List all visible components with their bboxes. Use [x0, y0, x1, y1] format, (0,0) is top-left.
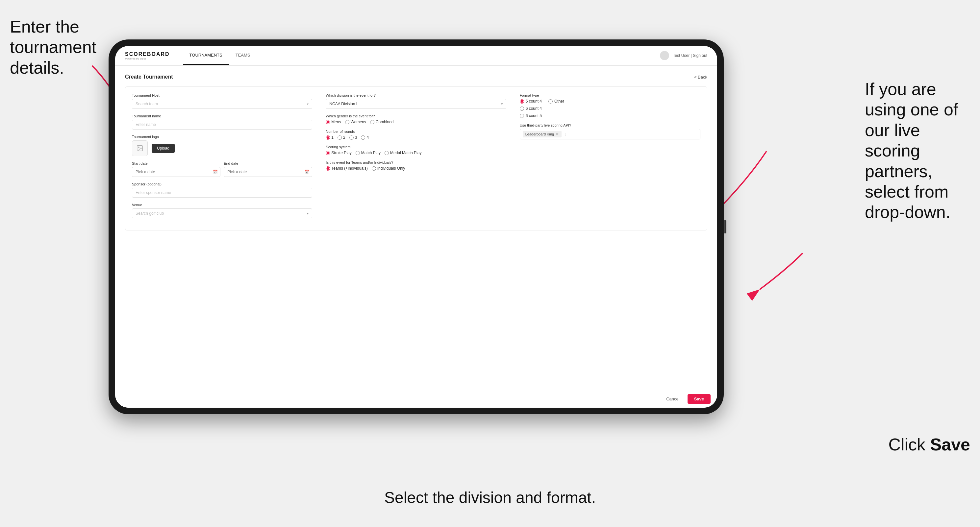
gender-field: Which gender is the event for? Mens Wome…	[326, 114, 506, 124]
sponsor-input[interactable]	[132, 188, 312, 198]
format-6count5[interactable]: 6 count 5	[520, 113, 542, 118]
form-footer: Cancel Save	[115, 390, 717, 408]
live-scoring-tag-text: Leaderboard King	[525, 132, 554, 136]
upload-button[interactable]: Upload	[152, 144, 175, 153]
tournament-host-input-wrapper[interactable]: ▾	[132, 99, 312, 109]
create-tournament-form: Tournament Host ▾ Tournament name Tourna…	[125, 86, 707, 230]
page-title: Create Tournament	[125, 74, 173, 80]
rounds-label: Number of rounds	[326, 130, 506, 133]
end-date-wrapper[interactable]: 📅	[224, 167, 312, 177]
scoring-match[interactable]: Match Play	[356, 151, 380, 155]
format-row-2: 6 count 4	[520, 106, 700, 111]
format-other[interactable]: Other	[548, 99, 564, 103]
live-scoring-field: Use third-party live scoring API? Leader…	[520, 123, 700, 140]
rounds-4[interactable]: 4	[361, 135, 369, 140]
format-type-label: Format type	[520, 94, 700, 97]
venue-dropdown-icon: ▾	[307, 212, 309, 215]
end-date-input[interactable]	[224, 167, 312, 177]
format-6count4[interactable]: 6 count 4	[520, 106, 542, 111]
venue-input-wrapper[interactable]: ▾	[132, 208, 312, 218]
team-label: Is this event for Teams and/or Individua…	[326, 160, 506, 164]
date-row: Start date 📅 End date 📅	[132, 162, 312, 177]
annotation-select-division: Select the division and format.	[384, 488, 596, 507]
page-header: Create Tournament < Back	[125, 74, 707, 80]
tablet-side-button	[724, 220, 726, 233]
start-date-wrapper[interactable]: 📅	[132, 167, 220, 177]
tag-input-dropdown: ⋮	[563, 132, 567, 136]
scoring-label: Scoring system	[326, 145, 506, 149]
logo-upload-row: Upload	[132, 140, 312, 156]
start-date-calendar-icon: 📅	[213, 170, 218, 174]
nav-logo: SCOREBOARD Powered by clippt	[125, 51, 170, 60]
tournament-host-field: Tournament Host ▾	[132, 94, 312, 109]
division-label: Which division is the event for?	[326, 94, 506, 97]
form-col-1: Tournament Host ▾ Tournament name Tourna…	[125, 87, 319, 230]
start-date-field: Start date 📅	[132, 162, 220, 177]
tournament-name-input[interactable]	[132, 120, 312, 130]
gender-combined[interactable]: Combined	[370, 120, 394, 124]
nav-link-tournaments[interactable]: TOURNAMENTS	[183, 46, 229, 65]
nav-link-teams[interactable]: TEAMS	[229, 46, 257, 65]
form-col-3: Format type 5 count 4 Other	[513, 87, 707, 230]
nav-logo-sub: Powered by clippt	[125, 57, 170, 60]
save-bold-text: Save	[930, 435, 970, 454]
format-options: 5 count 4 Other 6 count 4	[520, 99, 700, 118]
team-teams[interactable]: Teams (+Individuals)	[326, 166, 368, 171]
svg-point-5	[138, 147, 139, 148]
arrow-save-button	[747, 250, 806, 293]
format-row-1: 5 count 4 Other	[520, 99, 700, 103]
rounds-radio-group: 1 2 3 4	[326, 135, 506, 140]
venue-field: Venue ▾	[132, 203, 312, 218]
tournament-host-input[interactable]	[135, 102, 307, 106]
scoring-stroke[interactable]: Stroke Play	[326, 151, 352, 155]
venue-input[interactable]	[135, 211, 307, 216]
form-col-2: Which division is the event for? NCAA Di…	[319, 87, 513, 230]
gender-womens[interactable]: Womens	[345, 120, 366, 124]
cancel-button[interactable]: Cancel	[662, 394, 684, 404]
rounds-3[interactable]: 3	[349, 135, 357, 140]
live-scoring-label: Use third-party live scoring API?	[520, 123, 700, 127]
scoring-radio-group: Stroke Play Match Play Medal Match Play	[326, 151, 506, 155]
host-dropdown-icon: ▾	[307, 102, 309, 106]
scoring-medal-match[interactable]: Medal Match Play	[385, 151, 422, 155]
gender-label: Which gender is the event for?	[326, 114, 506, 118]
team-radio-group: Teams (+Individuals) Individuals Only	[326, 166, 506, 171]
tablet-frame: SCOREBOARD Powered by clippt TOURNAMENTS…	[108, 40, 724, 414]
start-date-label: Start date	[132, 162, 220, 165]
click-save-prefix: Click	[888, 435, 930, 454]
format-row-3: 6 count 5	[520, 113, 700, 118]
sponsor-label: Sponsor (optional)	[132, 182, 312, 186]
live-scoring-tag: Leaderboard King ✕	[523, 131, 562, 137]
rounds-2[interactable]: 2	[337, 135, 345, 140]
division-field: Which division is the event for? NCAA Di…	[326, 94, 506, 109]
format-5count4[interactable]: 5 count 4	[520, 99, 542, 103]
division-select-wrapper: NCAA Division I	[326, 99, 506, 109]
tournament-logo-field: Tournament logo Upload	[132, 135, 312, 156]
annotation-live-scoring: If you are using one of our live scoring…	[865, 79, 970, 222]
team-field: Is this event for Teams and/or Individua…	[326, 160, 506, 171]
nav-right: Test User | Sign out	[660, 51, 708, 60]
team-individuals[interactable]: Individuals Only	[372, 166, 405, 171]
live-scoring-tag-input[interactable]: Leaderboard King ✕ ⋮	[520, 129, 700, 140]
venue-label: Venue	[132, 203, 312, 207]
rounds-1[interactable]: 1	[326, 135, 334, 140]
scoring-field: Scoring system Stroke Play Match Play Me…	[326, 145, 506, 155]
tournament-name-field: Tournament name	[132, 114, 312, 130]
division-select[interactable]: NCAA Division I	[326, 99, 506, 109]
navbar: SCOREBOARD Powered by clippt TOURNAMENTS…	[115, 46, 717, 66]
live-scoring-tag-remove[interactable]: ✕	[556, 132, 559, 137]
tournament-name-label: Tournament name	[132, 114, 312, 118]
sponsor-field: Sponsor (optional)	[132, 182, 312, 198]
start-date-input[interactable]	[132, 167, 220, 177]
logo-preview	[132, 140, 148, 156]
nav-links: TOURNAMENTS TEAMS	[183, 46, 257, 65]
nav-user-text: Test User | Sign out	[673, 53, 708, 58]
gender-mens[interactable]: Mens	[326, 120, 341, 124]
save-button[interactable]: Save	[687, 394, 711, 404]
format-type-field: Format type 5 count 4 Other	[520, 94, 700, 118]
nav-avatar	[660, 51, 669, 60]
end-date-label: End date	[224, 162, 312, 165]
back-link[interactable]: < Back	[694, 75, 707, 79]
main-content: Create Tournament < Back Tournament Host…	[115, 66, 717, 390]
nav-logo-title: SCOREBOARD	[125, 51, 170, 57]
